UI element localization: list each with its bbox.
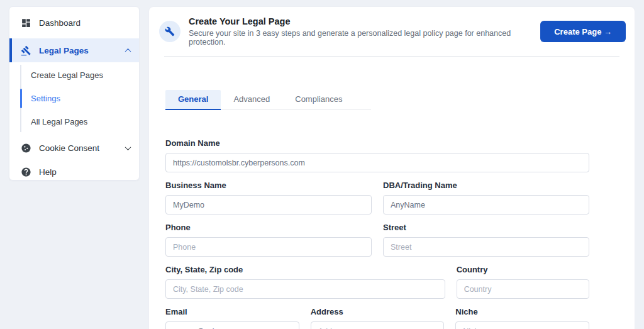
sidebar-item-legal-pages[interactable]: Legal Pages [9,38,139,62]
niche-field-group: Niche [455,307,589,329]
help-icon [21,167,31,177]
chevron-up-icon [125,48,131,54]
dba-field-group: DBA/Trading Name [383,181,589,215]
page-header: Create Your Legal Page Secure your site … [149,7,635,56]
create-page-button[interactable]: Create Page → [540,21,626,42]
country-field-group: Country [457,265,589,299]
business-name-input[interactable] [165,195,372,215]
street-label: Street [383,223,589,232]
phone-field-group: Phone [165,223,372,257]
niche-label: Niche [455,307,589,316]
business-name-field-group: Business Name [165,181,372,215]
sidebar-subitem-create-legal-pages[interactable]: Create Legal Pages [9,64,139,87]
city-state-zip-field-group: City, State, Zip code [165,265,445,299]
legal-pages-submenu: Create Legal Pages Settings All Legal Pa… [9,62,139,136]
tab-advanced[interactable]: Advanced [221,90,282,110]
page-title: Create Your Legal Page [189,16,532,26]
address-field-group: Address [311,307,445,329]
plugin-sidebar: Dashboard Legal Pages Create Legal Pages… [9,6,140,181]
cookie-icon [21,143,31,153]
chevron-down-icon [125,144,131,150]
phone-label: Phone [165,223,372,232]
tab-compliances[interactable]: Compliances [282,90,355,110]
gavel-icon [21,45,31,56]
sidebar-item-label: Help [39,167,57,177]
domain-name-input[interactable] [165,153,589,172]
sidebar-item-label: Dashboard [39,18,80,28]
phone-input[interactable] [165,237,372,257]
country-input[interactable] [457,279,589,299]
niche-input[interactable] [455,321,589,329]
city-state-zip-input[interactable] [165,279,445,299]
business-name-label: Business Name [165,181,372,190]
sidebar-item-label: Legal Pages [39,46,89,55]
email-label: Email [165,307,299,316]
sidebar-item-cookie-consent[interactable]: Cookie Consent [9,136,139,160]
subitem-label: Create Legal Pages [31,70,103,80]
settings-content: General Advanced Compliances Domain Name… [149,57,635,329]
subitem-label: Settings [31,94,60,103]
domain-name-label: Domain Name [165,138,589,148]
sidebar-item-help[interactable]: Help [9,160,139,181]
sidebar-subitem-all-legal-pages[interactable]: All Legal Pages [9,110,139,133]
dashboard-grid-icon [21,18,31,28]
general-settings-form: Domain Name Business Name DBA/Trading Na… [165,138,589,329]
street-input[interactable] [383,237,589,257]
dba-label: DBA/Trading Name [383,181,589,190]
country-label: Country [457,265,589,274]
dba-input[interactable] [383,195,589,215]
sidebar-item-dashboard[interactable]: Dashboard [9,11,139,35]
wrench-icon [159,21,180,42]
address-label: Address [311,307,445,316]
email-input[interactable] [165,321,299,329]
sidebar-subitem-settings[interactable]: Settings [9,87,139,110]
city-state-zip-label: City, State, Zip code [165,265,445,274]
sidebar-item-label: Cookie Consent [39,143,99,153]
subitem-label: All Legal Pages [31,117,87,126]
tab-general[interactable]: General [165,90,221,110]
email-field-group: Email [165,307,299,329]
domain-name-field-group: Domain Name [165,138,589,172]
street-field-group: Street [383,223,589,257]
page-subtitle: Secure your site in 3 easy steps and gen… [189,29,532,47]
settings-tabs: General Advanced Compliances [165,90,371,110]
settings-panel: Create Your Legal Page Secure your site … [148,6,635,329]
address-input[interactable] [311,321,445,329]
